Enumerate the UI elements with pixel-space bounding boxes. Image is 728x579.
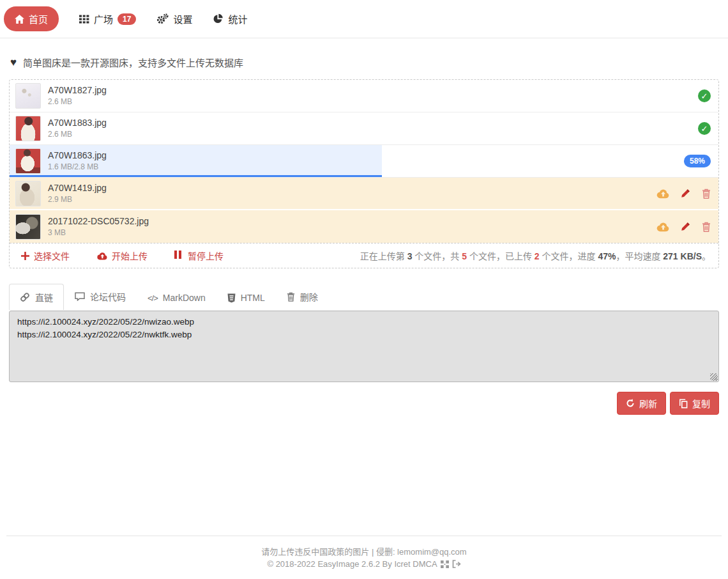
status-segment: 。 xyxy=(702,251,711,261)
code-icon: </> xyxy=(148,293,158,303)
html5-icon xyxy=(227,293,236,303)
plus-icon xyxy=(21,252,29,260)
start-upload-button[interactable]: 开始上传 xyxy=(93,249,151,263)
grid-icon xyxy=(79,15,89,24)
status-segment: 个文件，进度 xyxy=(540,251,598,261)
file-row-pending: 20171022-DSC05732.jpg 3 MB xyxy=(10,210,718,243)
upload-action-bar: 选择文件 开始上传 暂停上传 正在上传第 3 个文件，共 5 个文件，已上传 xyxy=(10,243,718,268)
file-size: 2.9 MB xyxy=(48,194,107,205)
status-percent: 47% xyxy=(598,251,616,261)
refresh-label: 刷新 xyxy=(639,397,657,410)
cloud-upload-icon xyxy=(656,222,669,232)
heart-icon: ♥ xyxy=(10,56,17,69)
pause-icon xyxy=(174,251,183,261)
nav-settings[interactable]: 设置 xyxy=(156,12,192,26)
tab-forum-code[interactable]: 论坛代码 xyxy=(64,283,137,310)
trash-icon xyxy=(287,292,295,302)
page: 首页 广场 17 设置 xyxy=(0,0,728,579)
status-done-files: 2 xyxy=(535,251,540,261)
file-name: A70W1419.jpg xyxy=(48,181,107,194)
nav-square-label: 广场 xyxy=(94,12,113,26)
tab-delete[interactable]: 删除 xyxy=(276,283,329,310)
qr-code-icon[interactable] xyxy=(441,560,449,568)
nav-square[interactable]: 广场 17 xyxy=(79,12,136,26)
file-name: 20171022-DSC05732.jpg xyxy=(48,215,149,228)
file-name: A70W1827.jpg xyxy=(48,84,107,96)
tab-delete-label: 删除 xyxy=(300,290,318,303)
button-row: 刷新 复制 xyxy=(9,392,719,415)
pause-upload-label: 暂停上传 xyxy=(188,249,224,262)
file-size: 1.6 MB/2.8 MB xyxy=(48,162,107,173)
delete-file-button[interactable] xyxy=(702,189,711,199)
nav-stats[interactable]: 统计 xyxy=(213,12,247,26)
nav-home[interactable]: 首页 xyxy=(4,6,59,31)
link-format-tabs: 直链 论坛代码 </> MarkDown HTML xyxy=(9,283,719,310)
copy-icon xyxy=(679,399,688,408)
file-row: A70W1827.jpg 2.6 MB ✓ xyxy=(10,80,718,112)
pause-upload-button[interactable]: 暂停上传 xyxy=(171,249,227,263)
square-count-badge: 17 xyxy=(118,13,136,25)
tab-markdown-label: MarkDown xyxy=(163,293,206,303)
start-upload-label: 开始上传 xyxy=(112,249,148,262)
status-segment: 个文件，共 xyxy=(412,251,462,261)
main-content: ♥ 简单图床是一款开源图床，支持多文件上传无数据库 A70W1827.jpg 2… xyxy=(0,38,728,415)
upload-success-icon: ✓ xyxy=(698,122,711,135)
file-thumbnail[interactable] xyxy=(15,214,41,240)
status-speed: 271 KB/S xyxy=(663,251,702,261)
status-segment: 正在上传第 xyxy=(360,251,407,261)
upload-file-button[interactable] xyxy=(656,189,669,199)
gears-icon xyxy=(156,13,169,24)
file-size: 2.6 MB xyxy=(48,96,107,107)
intro-text: 简单图床是一款开源图床，支持多文件上传无数据库 xyxy=(23,56,243,69)
pencil-icon xyxy=(681,222,690,231)
tab-direct-label: 直链 xyxy=(35,291,53,304)
file-size: 2.6 MB xyxy=(48,129,107,140)
tab-html-label: HTML xyxy=(241,293,265,303)
footer-policy-line: 请勿上传违反中国政策的图片 | 侵删: lemomim@qq.com xyxy=(6,546,722,558)
copy-button[interactable]: 复制 xyxy=(670,392,719,415)
status-segment: 个文件，已上传 xyxy=(467,251,535,261)
file-meta: A70W1863.jpg 1.6 MB/2.8 MB xyxy=(48,149,107,173)
links-textarea[interactable]: https://i2.100024.xyz/2022/05/22/nwizao.… xyxy=(9,311,719,382)
file-thumbnail[interactable] xyxy=(15,116,41,141)
cloud-upload-icon xyxy=(656,189,669,199)
file-size: 3 MB xyxy=(48,228,149,238)
select-files-button[interactable]: 选择文件 xyxy=(17,249,73,263)
intro-line: ♥ 简单图床是一款开源图床，支持多文件上传无数据库 xyxy=(10,56,718,69)
file-row-pending: A70W1419.jpg 2.9 MB xyxy=(10,178,718,210)
navbar: 首页 广场 17 设置 xyxy=(0,0,728,38)
pencil-icon xyxy=(681,189,690,198)
upload-panel: A70W1827.jpg 2.6 MB ✓ A70W1883.jpg 2.6 M… xyxy=(9,79,719,268)
delete-file-button[interactable] xyxy=(702,222,711,232)
refresh-button[interactable]: 刷新 xyxy=(617,392,666,415)
status-segment: ，平均速度 xyxy=(616,251,663,261)
file-name: A70W1863.jpg xyxy=(48,149,107,162)
nav-stats-label: 统计 xyxy=(228,12,247,26)
tab-html[interactable]: HTML xyxy=(216,286,276,310)
file-thumbnail[interactable] xyxy=(15,148,41,174)
edit-file-button[interactable] xyxy=(681,222,690,231)
select-files-label: 选择文件 xyxy=(34,249,70,262)
copy-label: 复制 xyxy=(692,397,710,410)
tab-markdown[interactable]: </> MarkDown xyxy=(137,286,216,310)
pie-chart-icon xyxy=(213,13,224,24)
tab-forum-label: 论坛代码 xyxy=(90,290,126,303)
comment-icon xyxy=(75,292,85,301)
upload-status-text: 正在上传第 3 个文件，共 5 个文件，已上传 2 个文件，进度 47%，平均速… xyxy=(360,249,711,262)
file-meta: A70W1419.jpg 2.9 MB xyxy=(48,181,107,206)
file-thumbnail[interactable] xyxy=(15,83,41,109)
nav-home-label: 首页 xyxy=(29,12,48,26)
link-icon xyxy=(20,292,30,302)
nav-settings-label: 设置 xyxy=(173,12,192,26)
home-icon xyxy=(15,15,24,24)
upload-file-button[interactable] xyxy=(656,222,669,232)
tab-direct-link[interactable]: 直链 xyxy=(9,284,64,310)
logout-icon[interactable] xyxy=(452,560,461,568)
footer-copyright: © 2018-2022 EasyImage 2.6.2 By Icret DMC… xyxy=(267,558,437,570)
upload-success-icon: ✓ xyxy=(698,89,711,102)
upload-progress-badge: 58% xyxy=(684,155,711,167)
cloud-upload-icon xyxy=(96,252,107,260)
file-meta: 20171022-DSC05732.jpg 3 MB xyxy=(48,215,149,239)
file-thumbnail[interactable] xyxy=(15,181,41,206)
edit-file-button[interactable] xyxy=(681,189,690,198)
